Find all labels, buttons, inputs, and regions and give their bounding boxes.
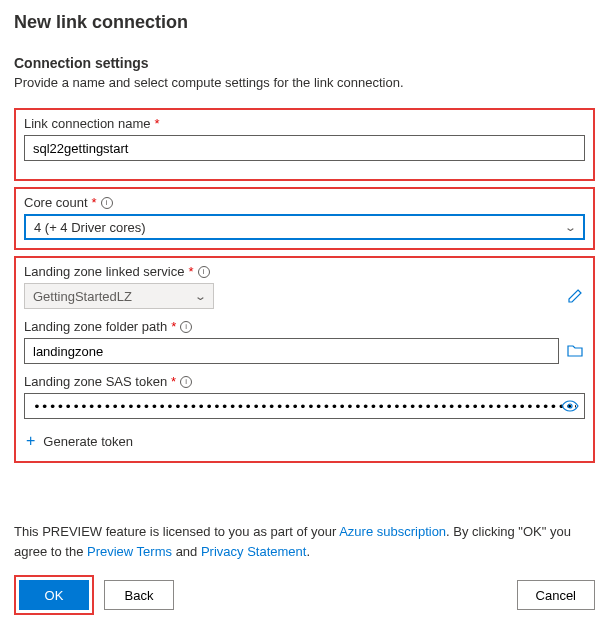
lz-service-select[interactable]: GettingStartedLZ ⌄ <box>24 283 214 309</box>
info-icon[interactable]: i <box>180 376 192 388</box>
group-link-name: Link connection name* <box>14 108 595 181</box>
chevron-down-icon: ⌄ <box>194 290 207 303</box>
core-count-select[interactable]: 4 (+ 4 Driver cores) ⌄ <box>24 214 585 240</box>
folder-icon[interactable] <box>565 342 585 360</box>
azure-subscription-link[interactable]: Azure subscription <box>339 524 446 539</box>
label-lz-sas: Landing zone SAS token* i <box>24 374 585 389</box>
ok-button[interactable]: OK <box>19 580 89 610</box>
privacy-statement-link[interactable]: Privacy Statement <box>201 544 307 559</box>
svg-point-0 <box>568 404 572 408</box>
preview-disclaimer: This PREVIEW feature is licensed to you … <box>14 522 595 561</box>
eye-icon[interactable] <box>561 400 579 412</box>
preview-terms-link[interactable]: Preview Terms <box>87 544 172 559</box>
group-landing-zone: Landing zone linked service* i GettingSt… <box>14 256 595 463</box>
edit-icon[interactable] <box>565 286 585 306</box>
page-title: New link connection <box>14 12 595 33</box>
info-icon[interactable]: i <box>180 321 192 333</box>
section-subtitle: Provide a name and select compute settin… <box>14 75 595 90</box>
chevron-down-icon: ⌄ <box>564 221 577 234</box>
label-core-count: Core count* i <box>24 195 585 210</box>
back-button[interactable]: Back <box>104 580 174 610</box>
label-lz-service: Landing zone linked service* i <box>24 264 585 279</box>
button-row: OK Back Cancel <box>14 575 595 615</box>
label-lz-path: Landing zone folder path* i <box>24 319 585 334</box>
info-icon[interactable]: i <box>101 197 113 209</box>
lz-sas-input[interactable] <box>24 393 585 419</box>
section-heading: Connection settings <box>14 55 595 71</box>
info-icon[interactable]: i <box>198 266 210 278</box>
label-link-name: Link connection name* <box>24 116 585 131</box>
link-name-input[interactable] <box>24 135 585 161</box>
plus-icon: + <box>26 433 35 449</box>
generate-token-button[interactable]: + Generate token <box>24 429 135 453</box>
group-core-count: Core count* i 4 (+ 4 Driver cores) ⌄ <box>14 187 595 250</box>
cancel-button[interactable]: Cancel <box>517 580 595 610</box>
lz-path-input[interactable] <box>24 338 559 364</box>
